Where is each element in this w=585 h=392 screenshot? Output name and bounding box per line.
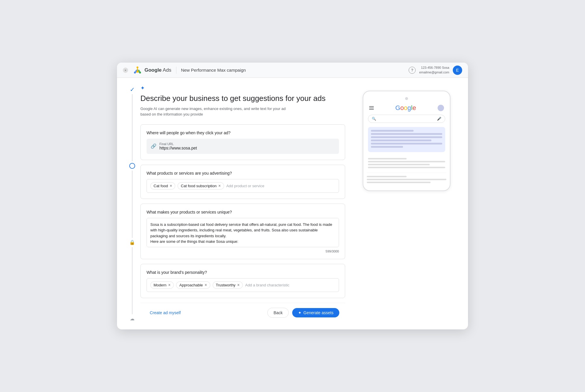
generate-label: Generate assets <box>303 310 333 315</box>
tag-modern: Modern × <box>150 281 174 289</box>
account-email: emailme@gmail.com <box>419 70 449 75</box>
phone-avatar <box>438 105 444 111</box>
phone-line <box>371 140 431 141</box>
account-info: 123-456-7890 Sosa emailme@gmail.com <box>419 66 449 75</box>
url-value: https://www.sosa.pet <box>159 146 197 150</box>
browser-header: × Google Ads New Performance Max campaig… <box>117 63 468 78</box>
tag-label: Trustworthy <box>216 283 235 287</box>
phone-line-plain <box>368 158 407 159</box>
left-panel: ✓ 🔒 ☁ ✦ Describe your business to get su <box>129 85 345 322</box>
personality-placeholder[interactable]: Add a brand characteristic <box>245 283 289 287</box>
unique-textarea[interactable]: Sosa is a subscription-based cat food de… <box>147 218 339 247</box>
phone-google-bar: Google <box>368 104 445 112</box>
check-icon: ✓ <box>130 86 135 93</box>
url-field-inner: Final URL https://www.sosa.pet <box>159 142 197 150</box>
actions-row: Create ad myself Back ✦ Generate assets <box>140 303 345 322</box>
step-1-icon: ✓ <box>129 86 136 93</box>
phone-line <box>371 146 403 148</box>
phone-result-1 <box>368 155 445 173</box>
cloud-icon: ☁ <box>130 316 135 321</box>
google-ads-logo: Google Ads <box>133 66 171 75</box>
phone-result-2 <box>367 173 446 183</box>
tag-close-icon[interactable]: × <box>237 283 240 287</box>
step-line-2 <box>132 171 133 238</box>
final-url-label: Final URL <box>159 142 197 146</box>
browser-window: × Google Ads New Performance Max campaig… <box>117 63 468 329</box>
tag-cat-food: Cat food × <box>150 182 175 190</box>
page-heading: Describe your business to get suggestion… <box>140 94 345 104</box>
header-right: ? 123-456-7890 Sosa emailme@gmail.com E <box>409 66 462 75</box>
page-subtext: Google AI can generate new images, enhan… <box>140 106 287 117</box>
tag-close-icon[interactable]: × <box>205 283 207 287</box>
phone-line <box>371 136 442 138</box>
textarea-counter: 599/3000 <box>147 250 339 253</box>
phone-ad-result <box>368 127 445 152</box>
step-2-icon <box>129 162 136 169</box>
tag-trustworthy: Trustworthy × <box>213 281 243 289</box>
products-card: What products or services are you advert… <box>140 165 345 199</box>
phone-line-plain <box>368 161 445 162</box>
phone-camera <box>405 97 408 100</box>
tag-label: Approachable <box>179 283 203 287</box>
tag-close-icon[interactable]: × <box>168 283 171 287</box>
tag-label: Cat food subscription <box>181 184 216 188</box>
phone-line <box>371 130 414 132</box>
hamburger-icon <box>369 106 374 110</box>
header-divider <box>176 67 176 74</box>
step-4-icon: ☁ <box>129 315 136 322</box>
products-label: What products or services are you advert… <box>147 171 339 176</box>
step-line-3 <box>132 247 133 314</box>
step-line-1 <box>132 94 133 161</box>
url-card: Where will people go when they click you… <box>140 124 345 160</box>
personality-card: What is your brand's personality? Modern… <box>140 264 345 298</box>
tag-close-icon[interactable]: × <box>170 184 172 188</box>
svg-point-2 <box>139 71 141 73</box>
tag-label: Modern <box>154 283 166 287</box>
search-icon: 🔍 <box>372 117 376 121</box>
url-label: Where will people go when they click you… <box>147 130 339 135</box>
google-logo-icon <box>133 66 142 75</box>
google-text: Google Ads <box>144 67 171 73</box>
unique-label: What makes your products or services uni… <box>147 210 339 214</box>
right-panel: Google 🔍 🎤 <box>357 85 456 322</box>
circle-icon <box>129 163 135 169</box>
ai-sparkle-icon: ✦ <box>140 85 345 91</box>
generate-sparkle-icon: ✦ <box>298 310 302 315</box>
main-content: ✓ 🔒 ☁ ✦ Describe your business to get su <box>117 78 468 329</box>
personality-label: What is your brand's personality? <box>147 270 339 275</box>
back-button[interactable]: Back <box>267 308 289 318</box>
close-button[interactable]: × <box>123 68 128 73</box>
help-button[interactable]: ? <box>409 67 416 74</box>
phone-line-plain <box>368 167 445 168</box>
phone-mockup: Google 🔍 🎤 <box>363 91 450 191</box>
tag-approachable: Approachable × <box>176 281 210 289</box>
form-area: ✦ Describe your business to get suggesti… <box>140 85 345 322</box>
tag-label: Cat food <box>154 184 168 188</box>
personality-tags[interactable]: Modern × Approachable × Trustworthy × Ad… <box>147 278 339 292</box>
tag-close-icon[interactable]: × <box>218 184 221 188</box>
unique-card: What makes your products or services uni… <box>140 204 345 259</box>
svg-point-1 <box>134 71 136 73</box>
phone-line-plain <box>367 179 446 180</box>
svg-point-3 <box>137 66 138 68</box>
phone-google-logo: Google <box>395 104 416 112</box>
campaign-title: New Performance Max campaign <box>181 68 246 73</box>
phone-line <box>371 133 442 135</box>
link-icon: 🔗 <box>151 143 156 149</box>
generate-assets-button[interactable]: ✦ Generate assets <box>292 308 339 317</box>
lock-icon: 🔒 <box>129 240 135 245</box>
phone-line-plain <box>367 182 431 183</box>
mic-icon: 🎤 <box>437 117 441 121</box>
phone-line <box>371 143 442 145</box>
phone-search-bar: 🔍 🎤 <box>368 115 445 123</box>
create-ad-myself-button[interactable]: Create ad myself <box>146 308 184 317</box>
products-tags[interactable]: Cat food × Cat food subscription × Add p… <box>147 179 339 193</box>
avatar[interactable]: E <box>453 66 462 75</box>
step-indicators: ✓ 🔒 ☁ <box>129 85 136 322</box>
phone-line-plain <box>367 176 407 177</box>
phone-line-plain <box>368 164 430 165</box>
products-placeholder[interactable]: Add product or service <box>226 184 264 188</box>
tag-cat-food-subscription: Cat food subscription × <box>178 182 224 190</box>
step-3-icon: 🔒 <box>129 239 136 246</box>
url-field[interactable]: 🔗 Final URL https://www.sosa.pet <box>147 139 339 154</box>
